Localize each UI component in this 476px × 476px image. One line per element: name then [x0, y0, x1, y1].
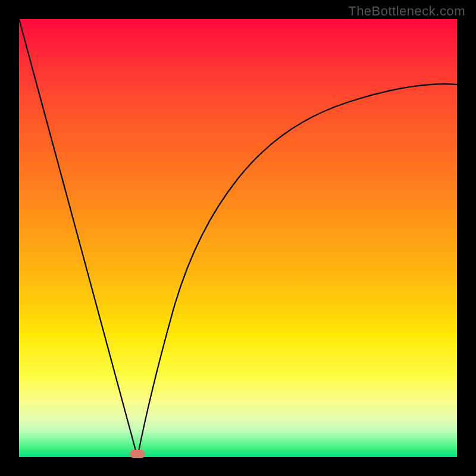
- optimal-point-marker: [130, 450, 145, 458]
- right-curve-line: [137, 84, 457, 457]
- chart-container: TheBottleneck.com: [0, 0, 476, 476]
- left-curve-line: [19, 19, 137, 457]
- watermark-text: TheBottleneck.com: [348, 4, 465, 19]
- chart-curves: [19, 19, 457, 457]
